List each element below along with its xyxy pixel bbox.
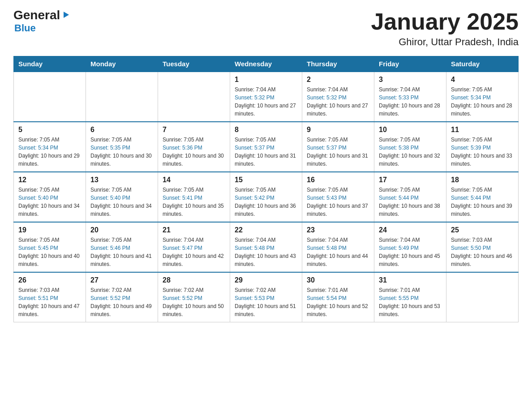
calendar-week-row: 12Sunrise: 7:05 AMSunset: 5:40 PMDayligh… bbox=[14, 172, 519, 222]
day-number: 30 bbox=[307, 276, 369, 284]
day-number: 27 bbox=[90, 276, 153, 284]
calendar-cell: 20Sunrise: 7:05 AMSunset: 5:46 PMDayligh… bbox=[86, 222, 158, 272]
calendar-title: January 2025 bbox=[371, 9, 519, 34]
calendar-cell: 19Sunrise: 7:05 AMSunset: 5:45 PMDayligh… bbox=[14, 222, 86, 272]
svg-marker-0 bbox=[64, 12, 69, 18]
calendar-cell: 27Sunrise: 7:02 AMSunset: 5:52 PMDayligh… bbox=[86, 272, 158, 322]
day-number: 2 bbox=[307, 76, 369, 84]
day-number: 1 bbox=[235, 76, 297, 84]
calendar-cell: 22Sunrise: 7:04 AMSunset: 5:48 PMDayligh… bbox=[230, 222, 302, 272]
calendar-week-row: 19Sunrise: 7:05 AMSunset: 5:45 PMDayligh… bbox=[14, 222, 519, 272]
day-number: 25 bbox=[451, 226, 514, 234]
day-info: Sunrise: 7:05 AMSunset: 5:37 PMDaylight:… bbox=[307, 136, 369, 168]
calendar-cell: 1Sunrise: 7:04 AMSunset: 5:32 PMDaylight… bbox=[230, 72, 302, 122]
day-info: Sunrise: 7:03 AMSunset: 5:50 PMDaylight:… bbox=[451, 236, 514, 268]
calendar-cell bbox=[446, 272, 519, 322]
calendar-cell: 23Sunrise: 7:04 AMSunset: 5:48 PMDayligh… bbox=[302, 222, 374, 272]
page-header: General Blue January 2025 Ghiror, Uttar … bbox=[13, 9, 519, 48]
calendar-table: Sunday Monday Tuesday Wednesday Thursday… bbox=[13, 56, 519, 322]
col-tuesday: Tuesday bbox=[158, 56, 230, 72]
day-info: Sunrise: 7:05 AMSunset: 5:34 PMDaylight:… bbox=[451, 86, 514, 118]
day-number: 3 bbox=[379, 76, 442, 84]
day-number: 5 bbox=[18, 126, 81, 134]
calendar-cell: 12Sunrise: 7:05 AMSunset: 5:40 PMDayligh… bbox=[14, 172, 86, 222]
calendar-cell: 8Sunrise: 7:05 AMSunset: 5:37 PMDaylight… bbox=[230, 122, 302, 172]
day-number: 14 bbox=[163, 176, 225, 184]
day-info: Sunrise: 7:05 AMSunset: 5:44 PMDaylight:… bbox=[379, 186, 442, 218]
logo: General Blue bbox=[13, 9, 71, 34]
calendar-cell: 31Sunrise: 7:01 AMSunset: 5:55 PMDayligh… bbox=[374, 272, 446, 322]
day-info: Sunrise: 7:05 AMSunset: 5:43 PMDaylight:… bbox=[307, 186, 369, 218]
day-number: 15 bbox=[235, 176, 297, 184]
calendar-subtitle: Ghiror, Uttar Pradesh, India bbox=[371, 36, 519, 48]
col-wednesday: Wednesday bbox=[230, 56, 302, 72]
calendar-header-row: Sunday Monday Tuesday Wednesday Thursday… bbox=[14, 56, 519, 72]
calendar-cell: 30Sunrise: 7:01 AMSunset: 5:54 PMDayligh… bbox=[302, 272, 374, 322]
day-info: Sunrise: 7:02 AMSunset: 5:52 PMDaylight:… bbox=[90, 286, 153, 318]
day-number: 7 bbox=[163, 126, 225, 134]
calendar-cell: 26Sunrise: 7:03 AMSunset: 5:51 PMDayligh… bbox=[14, 272, 86, 322]
col-thursday: Thursday bbox=[302, 56, 374, 72]
col-sunday: Sunday bbox=[14, 56, 86, 72]
col-friday: Friday bbox=[374, 56, 446, 72]
day-info: Sunrise: 7:05 AMSunset: 5:45 PMDaylight:… bbox=[18, 236, 81, 268]
day-number: 31 bbox=[379, 276, 442, 284]
calendar-cell: 17Sunrise: 7:05 AMSunset: 5:44 PMDayligh… bbox=[374, 172, 446, 222]
calendar-week-row: 5Sunrise: 7:05 AMSunset: 5:34 PMDaylight… bbox=[14, 122, 519, 172]
calendar-cell: 4Sunrise: 7:05 AMSunset: 5:34 PMDaylight… bbox=[446, 72, 519, 122]
calendar-cell: 13Sunrise: 7:05 AMSunset: 5:40 PMDayligh… bbox=[86, 172, 158, 222]
day-number: 18 bbox=[451, 176, 514, 184]
day-number: 8 bbox=[235, 126, 297, 134]
day-info: Sunrise: 7:04 AMSunset: 5:48 PMDaylight:… bbox=[307, 236, 369, 268]
calendar-cell: 21Sunrise: 7:04 AMSunset: 5:47 PMDayligh… bbox=[158, 222, 230, 272]
day-info: Sunrise: 7:04 AMSunset: 5:32 PMDaylight:… bbox=[307, 86, 369, 118]
calendar-cell: 9Sunrise: 7:05 AMSunset: 5:37 PMDaylight… bbox=[302, 122, 374, 172]
day-info: Sunrise: 7:04 AMSunset: 5:32 PMDaylight:… bbox=[235, 86, 297, 118]
day-number: 16 bbox=[307, 176, 369, 184]
calendar-cell: 28Sunrise: 7:02 AMSunset: 5:52 PMDayligh… bbox=[158, 272, 230, 322]
calendar-cell: 6Sunrise: 7:05 AMSunset: 5:35 PMDaylight… bbox=[86, 122, 158, 172]
calendar-cell: 3Sunrise: 7:04 AMSunset: 5:33 PMDaylight… bbox=[374, 72, 446, 122]
calendar-cell: 7Sunrise: 7:05 AMSunset: 5:36 PMDaylight… bbox=[158, 122, 230, 172]
calendar-cell: 24Sunrise: 7:04 AMSunset: 5:49 PMDayligh… bbox=[374, 222, 446, 272]
calendar-cell: 2Sunrise: 7:04 AMSunset: 5:32 PMDaylight… bbox=[302, 72, 374, 122]
day-number: 20 bbox=[90, 226, 153, 234]
day-info: Sunrise: 7:02 AMSunset: 5:52 PMDaylight:… bbox=[163, 286, 225, 318]
logo-blue: Blue bbox=[14, 22, 36, 34]
day-number: 21 bbox=[163, 226, 225, 234]
day-number: 11 bbox=[451, 126, 514, 134]
day-info: Sunrise: 7:04 AMSunset: 5:47 PMDaylight:… bbox=[163, 236, 225, 268]
day-info: Sunrise: 7:05 AMSunset: 5:42 PMDaylight:… bbox=[235, 186, 297, 218]
day-info: Sunrise: 7:05 AMSunset: 5:34 PMDaylight:… bbox=[18, 136, 81, 168]
day-number: 13 bbox=[90, 176, 153, 184]
day-info: Sunrise: 7:05 AMSunset: 5:46 PMDaylight:… bbox=[90, 236, 153, 268]
day-number: 10 bbox=[379, 126, 442, 134]
day-number: 22 bbox=[235, 226, 297, 234]
day-number: 12 bbox=[18, 176, 81, 184]
col-monday: Monday bbox=[86, 56, 158, 72]
calendar-cell: 5Sunrise: 7:05 AMSunset: 5:34 PMDaylight… bbox=[14, 122, 86, 172]
calendar-cell: 16Sunrise: 7:05 AMSunset: 5:43 PMDayligh… bbox=[302, 172, 374, 222]
calendar-cell bbox=[86, 72, 158, 122]
calendar-cell: 25Sunrise: 7:03 AMSunset: 5:50 PMDayligh… bbox=[446, 222, 519, 272]
day-info: Sunrise: 7:04 AMSunset: 5:49 PMDaylight:… bbox=[379, 236, 442, 268]
logo-triangle-icon bbox=[61, 10, 71, 20]
day-info: Sunrise: 7:05 AMSunset: 5:36 PMDaylight:… bbox=[163, 136, 225, 168]
logo-general: General bbox=[13, 9, 60, 21]
day-info: Sunrise: 7:02 AMSunset: 5:53 PMDaylight:… bbox=[235, 286, 297, 318]
day-info: Sunrise: 7:04 AMSunset: 5:48 PMDaylight:… bbox=[235, 236, 297, 268]
day-number: 19 bbox=[18, 226, 81, 234]
day-info: Sunrise: 7:05 AMSunset: 5:35 PMDaylight:… bbox=[90, 136, 153, 168]
day-number: 6 bbox=[90, 126, 153, 134]
calendar-week-row: 1Sunrise: 7:04 AMSunset: 5:32 PMDaylight… bbox=[14, 72, 519, 122]
title-block: January 2025 Ghiror, Uttar Pradesh, Indi… bbox=[371, 9, 519, 48]
day-number: 28 bbox=[163, 276, 225, 284]
day-info: Sunrise: 7:05 AMSunset: 5:40 PMDaylight:… bbox=[18, 186, 81, 218]
day-number: 9 bbox=[307, 126, 369, 134]
calendar-week-row: 26Sunrise: 7:03 AMSunset: 5:51 PMDayligh… bbox=[14, 272, 519, 322]
day-info: Sunrise: 7:05 AMSunset: 5:37 PMDaylight:… bbox=[235, 136, 297, 168]
calendar-cell: 15Sunrise: 7:05 AMSunset: 5:42 PMDayligh… bbox=[230, 172, 302, 222]
calendar-cell: 11Sunrise: 7:05 AMSunset: 5:39 PMDayligh… bbox=[446, 122, 519, 172]
calendar-cell: 10Sunrise: 7:05 AMSunset: 5:38 PMDayligh… bbox=[374, 122, 446, 172]
day-info: Sunrise: 7:05 AMSunset: 5:39 PMDaylight:… bbox=[451, 136, 514, 168]
